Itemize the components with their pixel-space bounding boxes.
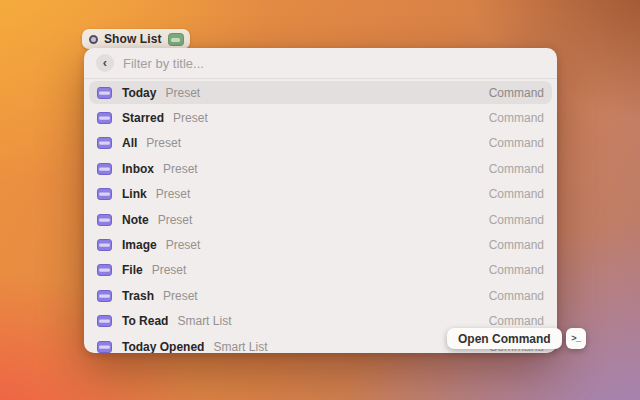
list-item[interactable]: Trash Preset Command [89,284,552,307]
list-item-accessory: Command [489,162,544,176]
list-item[interactable]: Note Preset Command [89,208,552,231]
list-item-accessory: Command [489,111,544,125]
list-item-subtitle: Preset [158,213,193,227]
chip-label: Show List [104,32,162,46]
command-palette-panel: ‹ Filter by title... Today Preset Comman… [84,48,557,353]
list-item-accessory: Command [489,136,544,150]
list: Today Preset Command Starred Preset Comm… [84,79,557,353]
terminal-prompt-icon[interactable]: >_ [566,328,586,349]
list-item-title: File [122,263,143,277]
search-bar: ‹ Filter by title... [84,48,557,79]
list-card-icon [97,214,112,226]
list-card-icon [97,137,112,149]
status-dot-icon [89,35,98,44]
list-item[interactable]: Today Preset Command [89,81,552,104]
list-item-subtitle: Preset [146,136,181,150]
list-item-title: Image [122,238,157,252]
list-card-icon [97,239,112,251]
list-item-accessory: Command [489,187,544,201]
list-item[interactable]: Link Preset Command [89,183,552,206]
chevron-left-icon: ‹ [103,56,107,69]
list-item-accessory: Command [489,213,544,227]
action-bar: Open Command >_ [447,328,586,349]
show-list-chip[interactable]: Show List [82,29,190,49]
list-item-subtitle: Preset [166,238,201,252]
list-item-subtitle: Preset [152,263,187,277]
list-item-title: Today [122,86,156,100]
list-card-icon [97,264,112,276]
list-item[interactable]: File Preset Command [89,259,552,282]
open-command-label: Open Command [458,332,551,346]
list-item-accessory: Command [489,289,544,303]
back-button[interactable]: ‹ [96,54,114,72]
search-input[interactable]: Filter by title... [123,56,204,71]
list-item-title: Today Opened [122,340,204,353]
list-item-title: Inbox [122,162,154,176]
list-card-icon [97,163,112,175]
list-card-icon [97,87,112,99]
list-item-accessory: Command [489,314,544,328]
green-list-card-icon [168,33,184,46]
list-item-subtitle: Smart List [213,340,267,353]
list-card-icon [97,341,112,353]
list-item[interactable]: Inbox Preset Command [89,157,552,180]
list-item[interactable]: Starred Preset Command [89,106,552,129]
list-item-title: Note [122,213,149,227]
list-item-title: All [122,136,137,150]
list-item-title: Link [122,187,147,201]
list-item-subtitle: Preset [173,111,208,125]
list-item-subtitle: Preset [163,162,198,176]
open-command-button[interactable]: Open Command [447,328,562,349]
list-item-subtitle: Smart List [177,314,231,328]
list-item-title: To Read [122,314,168,328]
list-card-icon [97,112,112,124]
list-card-icon [97,290,112,302]
list-item-title: Trash [122,289,154,303]
list-item-title: Starred [122,111,164,125]
list-item[interactable]: Image Preset Command [89,233,552,256]
list-item-subtitle: Preset [156,187,191,201]
list-item-subtitle: Preset [165,86,200,100]
list-item-accessory: Command [489,86,544,100]
list-item-subtitle: Preset [163,289,198,303]
list-item-accessory: Command [489,238,544,252]
list-card-icon [97,315,112,327]
list-item[interactable]: All Preset Command [89,132,552,155]
list-card-icon [97,188,112,200]
list-item-accessory: Command [489,263,544,277]
